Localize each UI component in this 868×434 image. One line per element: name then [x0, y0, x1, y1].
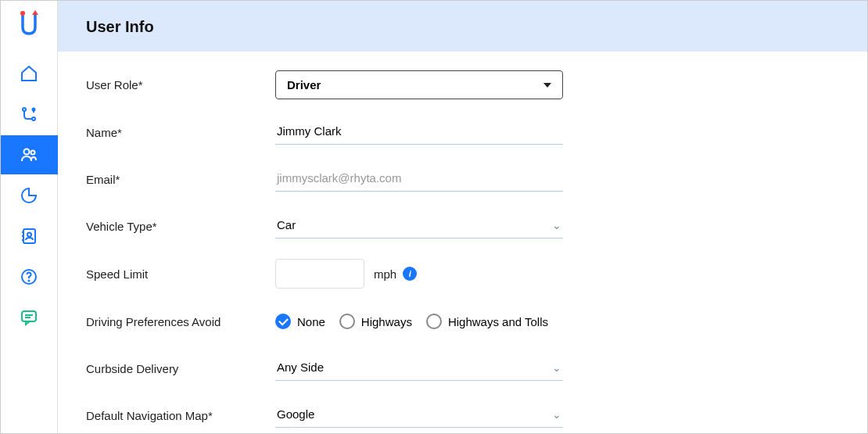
nav-map-value: Google: [277, 407, 314, 421]
radio-dot: [426, 314, 442, 329]
caret-down-icon: [543, 83, 551, 88]
svg-point-4: [24, 149, 30, 155]
email-value: jimmysclark@rhyta.com: [277, 171, 401, 185]
user-info-form: User Role* Driver Name* Jimmy Clark E: [58, 52, 867, 433]
radio-none[interactable]: None: [275, 314, 325, 329]
svg-rect-10: [22, 311, 36, 321]
curbside-value: Any Side: [277, 360, 324, 374]
svg-point-1: [23, 108, 26, 111]
radio-dot-selected: [275, 314, 291, 329]
page-title: User Info: [86, 18, 839, 36]
name-label: Name*: [86, 126, 275, 139]
driving-prefs-radio-group: None Highways Highways and Tolls: [275, 314, 548, 329]
chevron-down-icon: ⌄: [552, 408, 561, 421]
sidebar: [1, 1, 58, 433]
curbside-label: Curbside Delivery: [86, 362, 275, 375]
svg-point-9: [28, 280, 29, 281]
nav-help[interactable]: [7, 257, 51, 296]
radio-highways-tolls[interactable]: Highways and Tolls: [426, 314, 548, 329]
nav-routes[interactable]: [7, 95, 51, 134]
svg-point-2: [32, 117, 35, 120]
name-value: Jimmy Clark: [277, 124, 342, 138]
info-icon[interactable]: i: [403, 267, 417, 281]
nav-feedback[interactable]: [7, 298, 51, 337]
nav-contacts[interactable]: [7, 217, 51, 256]
svg-point-5: [31, 151, 35, 155]
curbside-select[interactable]: Any Side ⌄: [275, 356, 563, 381]
radio-highways-label: Highways: [361, 315, 412, 328]
page-header: User Info: [58, 1, 867, 52]
driving-prefs-label: Driving Preferences Avoid: [86, 315, 275, 328]
svg-point-0: [20, 11, 25, 16]
main-content: User Info User Role* Driver Name* Jimmy …: [58, 1, 867, 433]
chevron-down-icon: ⌄: [552, 219, 561, 231]
chevron-down-icon: ⌄: [552, 361, 561, 374]
email-input[interactable]: jimmysclark@rhyta.com: [275, 167, 563, 192]
email-label: Email*: [86, 173, 275, 186]
radio-highways-tolls-label: Highways and Tolls: [448, 315, 548, 328]
nav-home[interactable]: [7, 54, 51, 93]
user-role-select[interactable]: Driver: [275, 70, 563, 99]
vehicle-type-select[interactable]: Car ⌄: [275, 213, 563, 239]
speed-limit-input[interactable]: [275, 259, 364, 289]
radio-none-label: None: [297, 315, 325, 328]
nav-map-select[interactable]: Google ⌄: [275, 403, 563, 428]
nav-reports[interactable]: [7, 176, 51, 215]
name-input[interactable]: Jimmy Clark: [275, 120, 563, 145]
vehicle-type-label: Vehicle Type*: [86, 220, 275, 233]
nav-map-label: Default Navigation Map*: [86, 409, 275, 422]
user-role-label: User Role*: [86, 78, 275, 91]
speed-unit: mph: [374, 267, 396, 281]
app-logo: [13, 7, 45, 38]
speed-limit-label: Speed Limit: [86, 267, 275, 281]
svg-point-7: [27, 233, 31, 237]
radio-dot: [339, 314, 355, 329]
user-role-value: Driver: [287, 78, 321, 91]
nav-users[interactable]: [1, 135, 58, 174]
radio-highways[interactable]: Highways: [339, 314, 412, 329]
vehicle-type-value: Car: [277, 218, 296, 231]
